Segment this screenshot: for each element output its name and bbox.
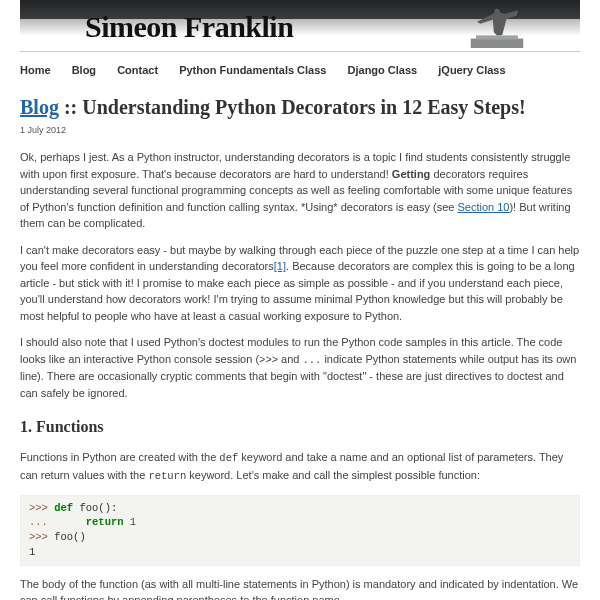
svg-rect-1 bbox=[476, 35, 518, 39]
svg-rect-0 bbox=[471, 39, 524, 48]
site-title: Simeon Franklin bbox=[85, 4, 293, 48]
link-footnote-1[interactable]: [1] bbox=[274, 260, 286, 272]
main-nav: Home Blog Contact Python Fundamentals Cl… bbox=[20, 58, 580, 89]
svg-point-2 bbox=[494, 9, 499, 14]
paragraph-doctest: I should also note that I used Python's … bbox=[20, 334, 580, 401]
code-sample-foo: >>> def foo(): ... return 1 >>> foo() 1 bbox=[20, 495, 580, 566]
breadcrumb-blog[interactable]: Blog bbox=[20, 96, 59, 118]
post-date: 1 July 2012 bbox=[20, 124, 580, 138]
link-section-10[interactable]: Section 10 bbox=[457, 201, 509, 213]
code-ellipsis-icon: ... bbox=[302, 354, 321, 366]
paragraph-body-note: The body of the function (as with all mu… bbox=[20, 576, 580, 601]
code-return: return bbox=[148, 470, 186, 482]
paragraph-explain: I can't make decorators easy - but maybe… bbox=[20, 242, 580, 325]
title-text: Understanding Python Decorators in 12 Ea… bbox=[82, 96, 525, 118]
statue-icon bbox=[469, 6, 525, 48]
nav-contact[interactable]: Contact bbox=[117, 64, 158, 76]
paragraph-functions: Functions in Python are created with the… bbox=[20, 449, 580, 485]
post-title: Blog :: Understanding Python Decorators … bbox=[20, 95, 580, 120]
paragraph-intro: Ok, perhaps I jest. As a Python instruct… bbox=[20, 149, 580, 232]
header: Simeon Franklin bbox=[20, 0, 580, 52]
nav-django-class[interactable]: Django Class bbox=[348, 64, 418, 76]
title-sep: :: bbox=[59, 96, 82, 118]
banner: Simeon Franklin bbox=[20, 0, 580, 48]
heading-functions: 1. Functions bbox=[20, 415, 580, 439]
nav-jquery-class[interactable]: jQuery Class bbox=[438, 64, 505, 76]
emphasis-getting: Getting bbox=[392, 168, 431, 180]
nav-home[interactable]: Home bbox=[20, 64, 51, 76]
nav-python-class[interactable]: Python Fundamentals Class bbox=[179, 64, 326, 76]
code-def: def bbox=[219, 452, 238, 464]
nav-blog[interactable]: Blog bbox=[72, 64, 96, 76]
post: Blog :: Understanding Python Decorators … bbox=[20, 95, 580, 601]
code-prompt-icon: >>> bbox=[259, 354, 278, 366]
